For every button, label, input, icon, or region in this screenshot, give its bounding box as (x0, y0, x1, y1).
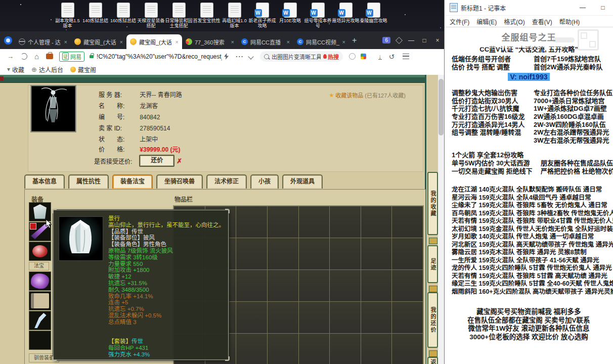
maximize-button[interactable] (421, 37, 428, 44)
itembar-cell[interactable] (392, 302, 423, 333)
fabao-slot[interactable] (29, 291, 51, 310)
page-tab[interactable]: 装备法宝 (112, 174, 153, 189)
desktop-icon[interactable]: 再临幻域1.0版本 (221, 3, 248, 28)
fabao-slot[interactable] (29, 271, 51, 291)
bookmark-item[interactable]: 达人后台 (31, 65, 63, 74)
itembar-cell[interactable] (299, 334, 330, 364)
desktop-icon[interactable]: 副本攻略1.5版本 (54, 3, 81, 28)
favorite-link[interactable]: 收藏该物品 (已有127人收藏) (329, 91, 406, 99)
browser-tab[interactable]: 藏宝阁_(大话 (71, 34, 126, 49)
itembar-cell[interactable] (361, 334, 392, 364)
desktop-icon[interactable]: 天梯双星装备搭配 (137, 3, 165, 28)
menu-icon[interactable] (403, 54, 409, 59)
itembar-cell[interactable] (299, 206, 330, 238)
tab-close-icon[interactable] (287, 39, 290, 45)
browser-tab[interactable]: 网易CC视频_ (293, 34, 349, 49)
browser-logo-icon[interactable] (4, 36, 12, 44)
itembar-cell[interactable] (330, 270, 361, 301)
fabao-slot[interactable] (29, 311, 51, 330)
itembar-cell[interactable] (236, 302, 267, 333)
itembar-cell[interactable] (392, 334, 423, 364)
browser-tab[interactable]: 个人管理 - 达 (15, 34, 71, 49)
itembar-cell[interactable] (268, 334, 298, 364)
itembar-cell[interactable] (330, 238, 361, 269)
page-scrollbar[interactable] (438, 75, 444, 364)
notepad-menu-item[interactable]: 帮助(H) (559, 17, 580, 26)
bookmark-item[interactable]: 藏宝阁 (70, 65, 96, 74)
itembar-cell[interactable] (236, 334, 267, 364)
itembar-cell[interactable] (236, 270, 267, 301)
itembar-cell[interactable] (330, 334, 361, 364)
briefcase-icon[interactable] (46, 54, 53, 59)
itembar-cell[interactable] (361, 270, 392, 301)
page-tab[interactable]: 法术修正 (206, 174, 247, 189)
extension-badge[interactable]: 6 (382, 37, 390, 43)
refresh-icon[interactable] (21, 53, 27, 60)
sidebar-my-bargains[interactable]: 我的还价 (427, 292, 438, 348)
apps-grid-icon[interactable] (361, 54, 366, 59)
desktop-icon[interactable]: 雁塔异光攻略 (332, 3, 360, 28)
desktop-icon[interactable]: 秦陵幽宫攻略 (360, 3, 387, 28)
url-text[interactable]: !C%20"tag"%3A%20"user"%7D&reco_request_i… (97, 53, 222, 60)
forward-icon[interactable] (7, 53, 14, 60)
chevron-down-icon[interactable] (248, 54, 253, 59)
itembar-cell[interactable] (361, 238, 392, 269)
history-icon[interactable] (389, 53, 395, 61)
notepad-maximize-button[interactable]: □ (593, 4, 613, 11)
lock-icon[interactable] (90, 55, 94, 58)
minimize-button[interactable] (408, 37, 415, 44)
desktop-icon[interactable]: 首发宝宝抗性 (193, 3, 221, 28)
browser-tab[interactable]: 藏宝阁_(大话 (126, 34, 182, 49)
page-tab[interactable]: 小孩 (250, 174, 279, 189)
itembar-cell[interactable] (268, 270, 298, 301)
equipment-slot[interactable] (29, 242, 51, 261)
hot-search-link[interactable]: 热搜 (323, 53, 339, 61)
close-button[interactable] (434, 37, 441, 44)
bookmark-item[interactable]: 收藏 (7, 65, 24, 74)
itembar-cell[interactable] (268, 302, 298, 333)
itembar-cell[interactable] (236, 238, 267, 269)
notepad-text-area[interactable]: 全服组号之王 CC蓝V认证 “大话交流, 五开攻略” 低端任务组号开创者首创7千… (445, 27, 613, 364)
lightning-icon[interactable] (224, 53, 229, 60)
itembar-cell[interactable] (330, 302, 361, 333)
browser-tab[interactable]: 网易CC直播 (238, 34, 293, 49)
tab-close-icon[interactable] (176, 39, 179, 45)
page-tab[interactable]: 属性抗性 (68, 174, 109, 189)
itembar-cell[interactable] (330, 206, 361, 238)
itembar-cell[interactable] (392, 238, 423, 269)
tab-close-icon[interactable] (342, 39, 345, 45)
sidebar-footprints[interactable]: 足迹 (427, 245, 438, 283)
desktop-icon[interactable]: 新老孩子养成攻略 (248, 3, 276, 28)
notepad-minimize-button[interactable]: — (573, 4, 593, 11)
notepad-menu-item[interactable]: 编辑(E) (476, 17, 497, 26)
itembar-cell[interactable] (268, 206, 298, 238)
sidebar-my-favorites[interactable]: 我的收藏 (427, 172, 438, 235)
itembar-cell[interactable] (392, 206, 423, 238)
itembar-cell[interactable] (392, 270, 423, 301)
tab-close-icon[interactable] (231, 39, 234, 45)
itembar-cell[interactable] (361, 302, 392, 333)
notepad-menu-item[interactable]: 文件(F) (450, 17, 469, 26)
kite-extension-icon[interactable] (396, 36, 403, 43)
site-verification-chip[interactable]: 证 网易 (59, 52, 84, 62)
desktop-icon[interactable]: 140炼狱总结 (81, 3, 109, 28)
page-tab[interactable]: 坐骑召唤兽 (156, 174, 203, 189)
download-icon[interactable] (378, 54, 382, 60)
status-circle-icon[interactable] (349, 53, 356, 60)
scrollbar-thumb[interactable] (439, 79, 444, 135)
tab-close-icon[interactable] (120, 39, 123, 45)
itembar-cell[interactable] (268, 238, 298, 269)
search-text[interactable]: 出圈图片变清晰工具 (272, 53, 321, 61)
browser-tab[interactable]: 77_360搜索 (182, 34, 238, 49)
page-tab[interactable]: 外观道具 (282, 174, 323, 189)
bargain-button[interactable]: 还价 (139, 155, 174, 167)
itembar-cell[interactable] (236, 206, 267, 238)
desktop-icon[interactable]: 月10E攻略 (276, 3, 304, 28)
home-icon[interactable] (34, 52, 39, 61)
address-search-box[interactable]: 出圈图片变清晰工具 热搜 (260, 51, 343, 62)
notepad-menu-item[interactable]: 格式(O) (504, 17, 524, 26)
new-tab-button[interactable] (352, 36, 357, 45)
tab-close-icon[interactable] (64, 39, 67, 45)
page-tab[interactable]: 基本信息 (24, 174, 65, 189)
itembar-cell[interactable] (361, 206, 392, 238)
